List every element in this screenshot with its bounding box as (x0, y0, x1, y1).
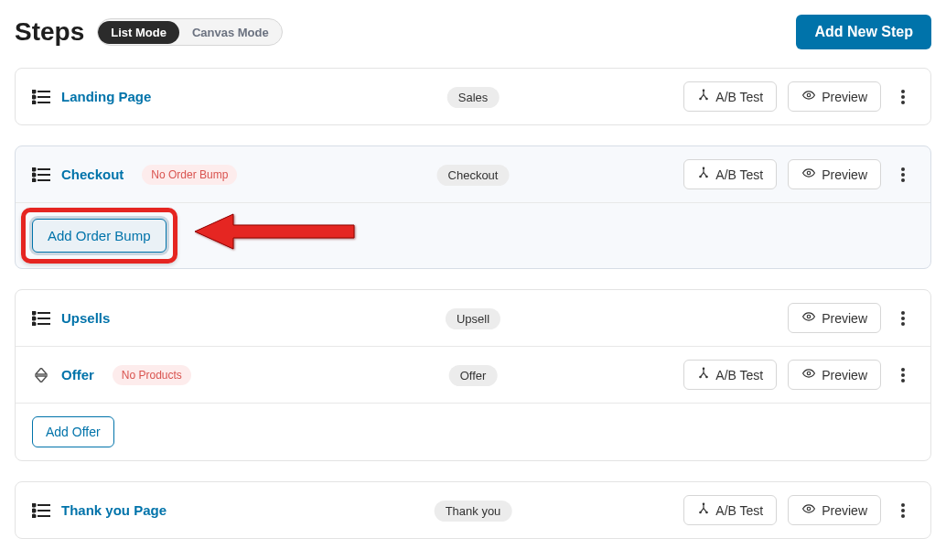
svg-point-4 (32, 95, 35, 98)
add-new-step-button[interactable]: Add New Step (796, 15, 931, 49)
step-row-offer: Offer No Products Offer A/B Test Preview (16, 346, 930, 403)
preview-label: Preview (822, 90, 867, 104)
preview-label: Preview (822, 167, 867, 182)
split-icon (697, 502, 710, 518)
svg-point-36 (704, 368, 704, 369)
drag-handle-icon[interactable] (32, 167, 50, 182)
mode-list[interactable]: List Mode (98, 21, 179, 44)
svg-point-8 (706, 98, 707, 99)
ab-test-label: A/B Test (715, 503, 763, 518)
svg-point-21 (706, 176, 707, 177)
step-link-thankyou[interactable]: Thank you Page (61, 502, 167, 518)
preview-button[interactable]: Preview (788, 81, 881, 112)
svg-point-20 (700, 176, 701, 177)
svg-point-31 (32, 322, 35, 325)
more-menu-icon[interactable] (892, 164, 914, 186)
view-mode-toggle: List Mode Canvas Mode (97, 18, 282, 46)
eye-icon (801, 367, 816, 382)
svg-point-34 (901, 317, 905, 320)
svg-point-39 (807, 372, 811, 375)
step-row: Checkout No Order Bump Checkout A/B Test… (16, 146, 930, 202)
svg-point-47 (32, 509, 35, 512)
step-row: Thank you Page Thank you A/B Test Previe… (16, 482, 930, 538)
svg-point-55 (901, 514, 905, 518)
svg-point-37 (700, 376, 701, 377)
more-menu-icon[interactable] (892, 307, 914, 329)
drag-handle-icon[interactable] (32, 311, 50, 326)
step-link-upsells[interactable]: Upsells (61, 310, 110, 326)
svg-point-7 (700, 98, 701, 99)
preview-label: Preview (822, 503, 867, 518)
more-menu-icon[interactable] (892, 364, 914, 386)
eye-icon (801, 310, 816, 326)
step-link-landing[interactable]: Landing Page (61, 89, 151, 104)
svg-point-25 (901, 178, 905, 182)
step-tag: Upsell (446, 308, 500, 329)
svg-point-46 (32, 503, 35, 506)
page-header: Steps List Mode Canvas Mode Add New Step (15, 15, 931, 49)
step-actions: Preview (788, 303, 914, 333)
svg-point-35 (901, 322, 905, 326)
upsells-footer-row: Add Offer (16, 403, 930, 460)
more-menu-icon[interactable] (892, 500, 914, 522)
step-link-offer[interactable]: Offer (61, 367, 94, 382)
ab-test-button[interactable]: A/B Test (683, 360, 777, 390)
mode-canvas[interactable]: Canvas Mode (179, 21, 282, 44)
ab-test-label: A/B Test (715, 368, 763, 382)
preview-label: Preview (822, 311, 867, 326)
eye-icon (801, 502, 816, 518)
split-icon (697, 89, 710, 104)
svg-point-42 (901, 379, 905, 382)
svg-point-24 (901, 173, 905, 177)
warning-pill: No Order Bump (142, 165, 237, 185)
svg-point-41 (901, 373, 905, 377)
drag-handle-icon[interactable] (32, 90, 50, 104)
ab-test-button[interactable]: A/B Test (683, 81, 777, 112)
step-actions: A/B Test Preview (683, 495, 914, 525)
reorder-icon[interactable] (32, 368, 50, 382)
step-card-thankyou: Thank you Page Thank you A/B Test Previe… (15, 481, 931, 539)
svg-point-9 (807, 93, 811, 97)
add-offer-button[interactable]: Add Offer (32, 416, 114, 447)
split-icon (697, 367, 710, 382)
step-card-checkout: Checkout No Order Bump Checkout A/B Test… (15, 145, 931, 269)
arrow-annotation-icon (189, 209, 363, 258)
eye-icon (801, 167, 816, 182)
preview-button[interactable]: Preview (788, 159, 881, 189)
step-tag: Offer (449, 365, 498, 386)
step-card-landing: Landing Page Sales A/B Test Preview (15, 68, 931, 125)
svg-point-38 (706, 376, 707, 377)
preview-button[interactable]: Preview (788, 303, 881, 333)
drag-handle-icon[interactable] (32, 503, 50, 518)
preview-button[interactable]: Preview (788, 495, 881, 525)
step-actions: A/B Test Preview (683, 81, 914, 112)
svg-point-22 (807, 171, 811, 175)
checkout-subrow: Add Order Bump (16, 202, 930, 268)
step-actions: A/B Test Preview (683, 360, 914, 390)
step-tag: Thank you (435, 501, 512, 522)
svg-point-16 (32, 167, 35, 170)
svg-point-53 (901, 503, 905, 507)
svg-point-52 (807, 507, 811, 511)
svg-point-3 (32, 90, 35, 92)
add-order-bump-callout: Add Order Bump (32, 219, 167, 253)
step-link-checkout[interactable]: Checkout (61, 167, 124, 182)
svg-point-33 (901, 311, 905, 315)
add-order-bump-button[interactable]: Add Order Bump (32, 219, 167, 253)
page-title: Steps (15, 17, 84, 47)
svg-point-23 (901, 167, 905, 171)
svg-point-49 (704, 503, 704, 504)
step-row: Landing Page Sales A/B Test Preview (16, 69, 930, 124)
step-card-upsells: Upsells Upsell Preview Offer No Products… (15, 289, 931, 461)
svg-point-17 (32, 173, 35, 176)
step-row: Upsells Upsell Preview (16, 290, 930, 346)
svg-point-5 (32, 101, 35, 103)
ab-test-label: A/B Test (715, 90, 763, 104)
more-menu-icon[interactable] (892, 86, 914, 108)
warning-pill: No Products (113, 365, 191, 385)
preview-label: Preview (822, 368, 867, 382)
ab-test-button[interactable]: A/B Test (683, 159, 777, 189)
preview-button[interactable]: Preview (788, 360, 881, 390)
ab-test-button[interactable]: A/B Test (683, 495, 777, 525)
ab-test-label: A/B Test (715, 167, 763, 182)
